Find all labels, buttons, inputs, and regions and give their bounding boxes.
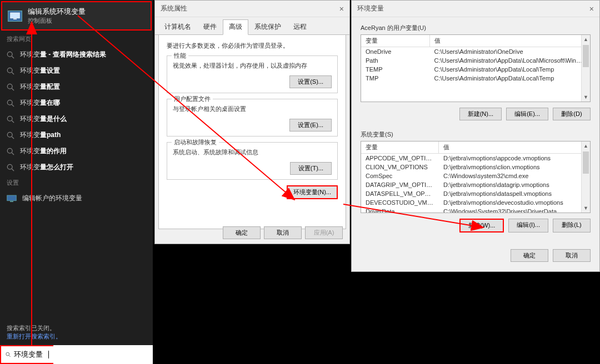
- user-vars-label: AceRyan 的用户变量(U): [361, 24, 591, 32]
- search-suggestion[interactable]: 环境变量是什么: [0, 111, 153, 127]
- sysprops-tabs: 计算机名硬件高级系统保护远程: [155, 17, 349, 35]
- close-icon[interactable]: ×: [339, 4, 344, 13]
- section-web: 搜索网页: [0, 32, 153, 47]
- svg-rect-1: [13, 18, 17, 19]
- perf-settings-button[interactable]: 设置(S)...: [289, 75, 332, 88]
- svg-point-16: [7, 164, 12, 169]
- setting-item-edit-env[interactable]: 编辑帐户的环境变量: [0, 190, 153, 206]
- windows-search-panel: 编辑系统环境变量 控制面板 搜索网页 环境变量 - 查看网络搜索结果环境变量设置…: [0, 0, 153, 364]
- env-title: 环境变量: [357, 4, 384, 13]
- env-ok-button[interactable]: 确定: [511, 249, 548, 262]
- env-variables-button[interactable]: 环境变量(N)...: [287, 185, 338, 199]
- table-row[interactable]: DEVECOSTUDIO_VM_OPT...D:\jetbra\vmoption…: [361, 198, 590, 207]
- user-delete-button[interactable]: 删除(D): [553, 108, 591, 120]
- search-suggestion[interactable]: 环境变量在哪: [0, 95, 153, 111]
- svg-line-5: [12, 72, 14, 74]
- monitor-icon: [8, 11, 22, 22]
- svg-line-11: [12, 120, 14, 123]
- table-row[interactable]: CLION_VM_OPTIONSD:\jetbra\vmoptions\clio…: [361, 163, 590, 171]
- scrollbar[interactable]: ▲▼: [581, 35, 590, 102]
- svg-line-21: [9, 355, 11, 357]
- search-icon: [6, 351, 11, 358]
- tab-2[interactable]: 高级: [223, 19, 248, 35]
- search-suggestion[interactable]: 环境变量设置: [0, 63, 153, 79]
- tab-4[interactable]: 远程: [287, 19, 313, 34]
- env-cancel-button[interactable]: 取消: [553, 249, 591, 262]
- svg-line-15: [12, 153, 14, 155]
- sys-new-button[interactable]: 新建(W)...: [459, 219, 504, 232]
- user-vars-table[interactable]: 变量值 OneDriveC:\Users\Administrator\OneDr…: [361, 34, 591, 102]
- admin-note: 要进行大多数更改，你必须作为管理员登录。: [167, 42, 338, 50]
- search-suggestion[interactable]: 环境变量 - 查看网络搜索结果: [0, 47, 153, 63]
- search-suggestion[interactable]: 环境变量path: [0, 127, 153, 143]
- search-suggestion[interactable]: 环境变量怎么打开: [0, 159, 153, 175]
- user-new-button[interactable]: 新建(N)...: [459, 108, 502, 120]
- svg-point-20: [6, 352, 9, 356]
- table-row[interactable]: PathC:\Users\Administrator\AppData\Local…: [361, 56, 590, 65]
- performance-group: 性能 视觉效果，处理器计划，内存使用，以及虚拟内存 设置(S)...: [167, 55, 338, 93]
- section-settings: 设置: [0, 175, 153, 190]
- profile-settings-button[interactable]: 设置(E)...: [289, 119, 332, 132]
- table-row[interactable]: ComSpecC:\Windows\system32\cmd.exe: [361, 171, 590, 180]
- search-index-hint: 搜索索引已关闭。 重新打开搜索索引。: [0, 320, 153, 345]
- tab-3[interactable]: 系统保护: [248, 19, 287, 34]
- tab-1[interactable]: 硬件: [197, 19, 223, 34]
- sysprops-ok-button[interactable]: 确定: [223, 226, 261, 239]
- search-input-box[interactable]: [0, 345, 53, 364]
- sysprops-apply-button[interactable]: 应用(A): [305, 226, 343, 239]
- table-row[interactable]: DriverDataC:\Windows\System32\Drivers\Dr…: [361, 207, 590, 213]
- search-icon: [7, 148, 14, 155]
- monitor-small-icon: [7, 195, 17, 203]
- svg-point-4: [7, 68, 12, 73]
- sys-edit-button[interactable]: 编辑(I)...: [508, 219, 548, 232]
- sys-vars-label: 系统变量(S): [361, 130, 591, 139]
- table-row[interactable]: TEMPC:\Users\Administrator\AppData\Local…: [361, 65, 590, 74]
- svg-point-14: [7, 148, 12, 153]
- svg-line-13: [12, 136, 14, 139]
- sys-vars-table[interactable]: 变量值 APPCODE_VM_OPTIONSD:\jetbra\vmoption…: [361, 141, 591, 213]
- search-suggestion[interactable]: 环境变量配置: [0, 79, 153, 95]
- tab-0[interactable]: 计算机名: [158, 19, 197, 34]
- svg-point-12: [7, 132, 12, 137]
- search-icon: [7, 67, 14, 75]
- svg-point-6: [7, 84, 12, 89]
- system-properties-dialog: 系统属性 × 计算机名硬件高级系统保护远程 要进行大多数更改，你必须作为管理员登…: [154, 0, 350, 244]
- table-row[interactable]: OneDriveC:\Users\Administrator\OneDrive: [361, 47, 590, 57]
- sysprops-cancel-button[interactable]: 取消: [264, 226, 302, 239]
- reopen-index-link[interactable]: 重新打开搜索索引。: [7, 332, 146, 341]
- user-edit-button[interactable]: 编辑(E)...: [506, 108, 548, 120]
- svg-rect-18: [7, 195, 17, 201]
- svg-point-2: [7, 52, 12, 57]
- svg-rect-19: [10, 201, 13, 202]
- table-row[interactable]: DATAGRIP_VM_OPTIONSD:\jetbra\vmoptions\d…: [361, 180, 590, 189]
- svg-point-8: [7, 100, 12, 105]
- search-suggestion[interactable]: 环境变量的作用: [0, 143, 153, 159]
- svg-point-10: [7, 116, 12, 121]
- table-row[interactable]: APPCODE_VM_OPTIONSD:\jetbra\vmoptions\ap…: [361, 154, 590, 163]
- sys-delete-button[interactable]: 删除(L): [553, 219, 591, 232]
- search-icon: [7, 99, 14, 107]
- table-row[interactable]: DATASPELL_VM_OPTIONSD:\jetbra\vmoptions\…: [361, 189, 590, 198]
- svg-line-9: [12, 104, 14, 107]
- startup-group: 启动和故障恢复 系统启动、系统故障和调试信息 设置(T)...: [167, 142, 338, 180]
- env-variables-dialog: 环境变量 × AceRyan 的用户变量(U) 变量值 OneDriveC:\U…: [351, 0, 600, 272]
- svg-line-17: [12, 169, 14, 171]
- search-icon: [7, 51, 14, 59]
- search-input[interactable]: [14, 351, 45, 359]
- startup-settings-button[interactable]: 设置(T)...: [290, 162, 332, 175]
- top-result-title: 编辑系统环境变量: [28, 7, 86, 17]
- sysprops-title: 系统属性: [161, 4, 187, 13]
- user-profile-group: 用户配置文件 与登录帐户相关的桌面设置 设置(E)...: [167, 99, 338, 136]
- scrollbar[interactable]: ▲▼: [581, 141, 590, 213]
- search-icon: [7, 83, 14, 91]
- search-icon: [7, 164, 14, 171]
- top-result-sub: 控制面板: [28, 17, 86, 25]
- svg-rect-0: [11, 13, 20, 18]
- svg-line-3: [12, 56, 14, 58]
- close-icon[interactable]: ×: [589, 4, 594, 13]
- search-top-result[interactable]: 编辑系统环境变量 控制面板: [1, 1, 152, 31]
- search-icon: [7, 115, 14, 123]
- search-icon: [7, 132, 14, 139]
- table-row[interactable]: TMPC:\Users\Administrator\AppData\Local\…: [361, 74, 590, 83]
- svg-line-7: [12, 88, 14, 90]
